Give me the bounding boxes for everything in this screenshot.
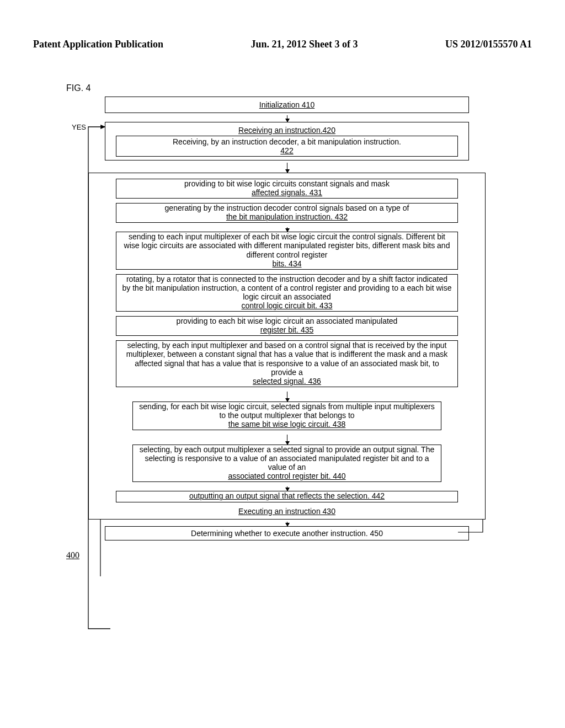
text-434-a: sending to each input multiplexer of eac… — [124, 232, 450, 259]
text-422-b: 422 — [280, 146, 293, 155]
box-422: Receiving, by an instruction decoder, a … — [116, 136, 458, 157]
figure-label: FIG. 4 — [66, 83, 532, 93]
text-450: Determining whether to execute another i… — [191, 529, 383, 538]
text-434-b: bits. 434 — [273, 259, 302, 268]
text-422-a: Receiving, by an instruction decoder, a … — [173, 136, 401, 146]
arrow-410-420 — [287, 115, 287, 122]
box-420: Receiving an instruction.420 Receiving, … — [105, 122, 469, 160]
text-433-a: rotating, by a rotator that is connected… — [122, 275, 452, 301]
box-431: providing to bit wise logic circuits con… — [116, 179, 458, 199]
text-430-title: Executing an instruction 430 — [94, 507, 479, 516]
text-410: Initialization 410 — [259, 99, 315, 109]
text-420: Receiving an instruction.420 — [238, 125, 335, 135]
box-438: sending, for each bit wise logic circuit… — [132, 402, 441, 430]
arrow-438-440 — [287, 435, 287, 445]
box-440: selecting, by each output multiplexer a … — [132, 445, 441, 482]
box-432: generating by the instruction decoder co… — [116, 203, 458, 223]
figure-reference-400: 400 — [66, 550, 532, 560]
box-442: outputting an output signal that reflect… — [116, 491, 458, 502]
text-432-a: generating by the instruction decoder co… — [165, 204, 409, 212]
text-436-b: selected signal. 436 — [253, 377, 321, 386]
arrow-440-442 — [287, 486, 287, 491]
box-433: rotating, by a rotator that is connected… — [116, 274, 458, 312]
text-435-b: register bit. 435 — [260, 325, 314, 334]
header-right: US 2012/0155570 A1 — [445, 39, 532, 50]
box-410: Initialization 410 — [105, 97, 469, 113]
arrow-420-430 — [287, 163, 287, 173]
arrow-436-438 — [287, 392, 287, 402]
text-442: outputting an output signal that reflect… — [189, 491, 385, 500]
header-center: Jun. 21, 2012 Sheet 3 of 3 — [250, 39, 358, 50]
page-header: Patent Application Publication Jun. 21, … — [33, 39, 532, 50]
text-436-a: selecting, by each input multiplexer and… — [126, 341, 448, 376]
text-433-b: control logic circuit bit. 433 — [242, 301, 333, 310]
box-436: selecting, by each input multiplexer and… — [116, 340, 458, 387]
header-left: Patent Application Publication — [33, 39, 163, 50]
yes-label: YES — [72, 123, 86, 131]
text-431-b: affected signals. 431 — [252, 188, 322, 197]
text-438-b: the same bit wise logic circuit. 438 — [228, 420, 345, 429]
text-435-a: providing to each bit wise logic circuit… — [177, 317, 398, 325]
box-450: Determining whether to execute another i… — [105, 526, 469, 540]
arrow-432-434 — [287, 227, 287, 232]
box-435: providing to each bit wise logic circuit… — [116, 316, 458, 336]
text-440-b: associated control register bit. 440 — [228, 472, 345, 480]
box-430: providing to bit wise logic circuits con… — [88, 173, 486, 520]
page: Patent Application Publication Jun. 21, … — [0, 0, 565, 728]
flowchart: YES Initialization 410 — [77, 97, 497, 540]
text-431-a: providing to bit wise logic circuits con… — [184, 179, 390, 188]
arrow-430-450 — [287, 522, 287, 526]
text-440-a: selecting, by each output multiplexer a … — [140, 445, 434, 472]
box-434: sending to each input multiplexer of eac… — [116, 232, 458, 269]
text-432-b: the bit manipulation instruction. 432 — [226, 212, 348, 221]
text-438-a: sending, for each bit wise logic circuit… — [139, 402, 434, 420]
